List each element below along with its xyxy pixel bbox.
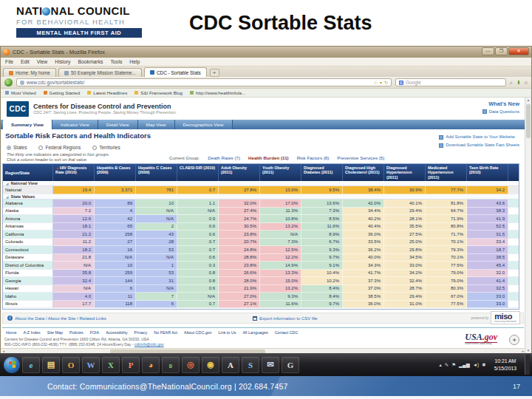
footer-link[interactable]: Contact CDC <box>275 330 299 335</box>
taskbar-clock[interactable]: 10:21 AM 5/15/2013 <box>490 358 521 371</box>
notes-icon[interactable]: ▤ <box>42 357 60 373</box>
download-fact-sheets-link[interactable]: Download Sortable Stats Fact Sheets <box>439 141 519 149</box>
menu-item-help[interactable]: Help <box>129 59 140 64</box>
column-header[interactable]: Hepatitis C Cases (2009) <box>136 164 177 181</box>
restore-button[interactable]: ❐ <box>495 47 508 55</box>
internet-explorer-icon[interactable]: e <box>22 357 40 373</box>
firefox-icon[interactable]: ◕ <box>142 357 160 373</box>
footer-link[interactable]: A-Z Index <box>23 330 40 335</box>
skype-icon[interactable]: S <box>242 357 259 373</box>
bookmark-item[interactable]: http://www.healthinfola... <box>190 90 245 95</box>
tab-detail-view[interactable]: Detail View <box>98 120 138 129</box>
footer-link[interactable]: About CDC.gov <box>184 330 211 335</box>
tab-demographics-view[interactable]: Demographics View <box>175 120 233 129</box>
radio-option-territories[interactable]: Territories <box>92 145 120 150</box>
footer-link[interactable]: FOIA <box>90 330 100 335</box>
show-desktop-button[interactable] <box>525 355 530 375</box>
column-header[interactable]: Adult Obesity (2011) <box>219 164 260 181</box>
evernote-icon[interactable]: ʚ <box>162 357 180 373</box>
column-header[interactable]: Medicated Hypertension (2011) <box>426 164 467 181</box>
close-button[interactable]: ✕ <box>508 47 529 55</box>
column-header[interactable]: Hepatitis B Cases (2009) <box>95 164 136 181</box>
tab-map-view[interactable]: Map View <box>138 120 175 129</box>
tab-summary-view[interactable]: Summary View <box>3 120 52 129</box>
column-header[interactable]: Diagnosed Diabetes (2011) <box>301 164 343 181</box>
adobe-reader-icon[interactable]: A <box>222 357 239 373</box>
menu-item-history[interactable]: History <box>55 59 70 64</box>
footer-link[interactable]: Accessibility <box>106 330 127 335</box>
usagov-logo[interactable]: USA.govGovernment Made Easy <box>465 332 497 345</box>
menu-item-view[interactable]: View <box>37 59 48 64</box>
column-header[interactable]: ▲HIV Diagnosis Rate (2010) <box>53 164 95 181</box>
column-header[interactable]: CLABSI-SIR (2010) <box>177 164 219 181</box>
url-dropdown-icon[interactable]: ▾ <box>380 80 382 85</box>
downloads-icon[interactable]: ⬇ <box>516 80 521 86</box>
home-icon[interactable]: ⌂ <box>525 80 528 85</box>
add-to-website-link[interactable]: Add Sortable Stats to Your Website <box>439 133 519 141</box>
group-link[interactable]: Risk Factors (8) <box>297 155 330 160</box>
table-group-row[interactable]: ◢State Values <box>3 194 519 200</box>
reload-icon[interactable]: ↻ <box>384 80 388 85</box>
bookmark-item[interactable]: Most Visited <box>5 90 36 95</box>
footer-link[interactable]: Link to Us <box>218 330 236 335</box>
gimp-icon[interactable]: G <box>282 357 299 373</box>
menu-item-tools[interactable]: Tools <box>110 59 122 64</box>
footer-link[interactable]: Policies <box>69 330 83 335</box>
back-button[interactable]: ← <box>4 78 13 86</box>
footer-link[interactable]: Site Map <box>47 330 63 335</box>
footer-link[interactable]: Privacy <box>134 330 148 335</box>
group-link[interactable]: Health Burden (11) <box>248 155 289 160</box>
pen-icon[interactable]: ✎ <box>445 362 449 368</box>
excel-icon[interactable]: X <box>102 357 120 373</box>
browser-titlebar[interactable]: CDC - Sortable Stats - Mozilla Firefox —… <box>1 47 531 58</box>
show-hidden-icons[interactable]: ▴ <box>440 362 442 368</box>
vscroll-thumb[interactable] <box>526 104 531 138</box>
minimize-button[interactable]: — <box>482 47 494 55</box>
bookmark-item[interactable]: S&I Framework Blog <box>134 90 183 95</box>
column-header[interactable]: Diagnosed High Cholesterol (2011) <box>343 164 384 181</box>
search-input[interactable]: G Google <box>395 78 506 86</box>
cdc-logo[interactable]: CDC <box>7 101 29 117</box>
radio-option-states[interactable]: States <box>7 145 27 150</box>
url-input[interactable]: www.cdc.gov/sortablestats/ ☆ ▾ ↻ <box>16 78 392 86</box>
footer-link[interactable]: No FEAR Act <box>154 330 177 335</box>
bluetooth-icon[interactable]: ✱ <box>482 362 485 368</box>
column-header[interactable]: Diagnosed Hypertension (2011) <box>384 164 426 181</box>
vertical-scrollbar[interactable]: ▲ ▼ <box>525 98 531 354</box>
cdc-email-link[interactable]: cdcinfo@cdc.gov <box>134 342 164 347</box>
network-icon[interactable]: ▂▄▆ <box>459 362 470 368</box>
action-center-icon[interactable]: ⚑ <box>451 362 456 368</box>
menu-item-file[interactable]: File <box>5 59 13 64</box>
browser-tab[interactable]: 50 Example Mission Stateme... <box>58 68 142 77</box>
column-header[interactable]: Region/State <box>3 164 53 181</box>
footer-link[interactable]: All Languages <box>242 330 267 335</box>
column-header[interactable]: Teen Birth Rate (2010) <box>467 164 508 181</box>
column-header[interactable]: Youth Obesity (2011) <box>260 164 301 181</box>
export-csv-link[interactable]: Export information to CSV file <box>253 316 318 321</box>
search-magnifier-icon[interactable]: ⌕ <box>510 80 513 86</box>
browser-tab[interactable]: Home: My home <box>3 68 56 77</box>
menu-item-edit[interactable]: Edit <box>21 59 30 64</box>
powerpoint-icon[interactable]: P <box>122 357 140 373</box>
group-link[interactable]: Preventive Services (5) <box>337 155 384 160</box>
about-links[interactable]: i About the Data / About the Site / Rela… <box>3 316 106 321</box>
word-icon[interactable]: W <box>82 357 100 373</box>
bookmark-item[interactable]: Latest Headlines <box>87 90 127 95</box>
chrome-icon[interactable]: ◉ <box>202 357 219 373</box>
volume-icon[interactable]: ◄) <box>473 362 480 368</box>
new-tab-button[interactable]: + <box>210 69 219 77</box>
start-button[interactable] <box>4 357 20 373</box>
bookmark-item[interactable]: Getting Started <box>44 90 81 95</box>
bookmark-star-icon[interactable]: ☆ <box>374 80 378 85</box>
radio-option-federal-regions[interactable]: Federal Regions <box>38 145 81 150</box>
table-group-row[interactable]: ◢National View <box>3 181 519 186</box>
whats-new-link[interactable]: What's New <box>488 100 519 107</box>
group-link[interactable]: Death Rates (7) <box>208 155 240 160</box>
footer-link[interactable]: Home <box>6 330 16 335</box>
opera-icon[interactable]: ◎ <box>182 357 200 373</box>
menu-item-bookmarks[interactable]: Bookmarks <box>78 59 103 64</box>
data-questions-link[interactable]: Data Questions <box>482 109 519 114</box>
outlook-web-icon[interactable]: ✉ <box>262 357 279 373</box>
browser-tab[interactable]: CDC - Sortable Stats <box>144 67 207 77</box>
scroll-up-arrow[interactable]: ▲ <box>525 98 531 103</box>
